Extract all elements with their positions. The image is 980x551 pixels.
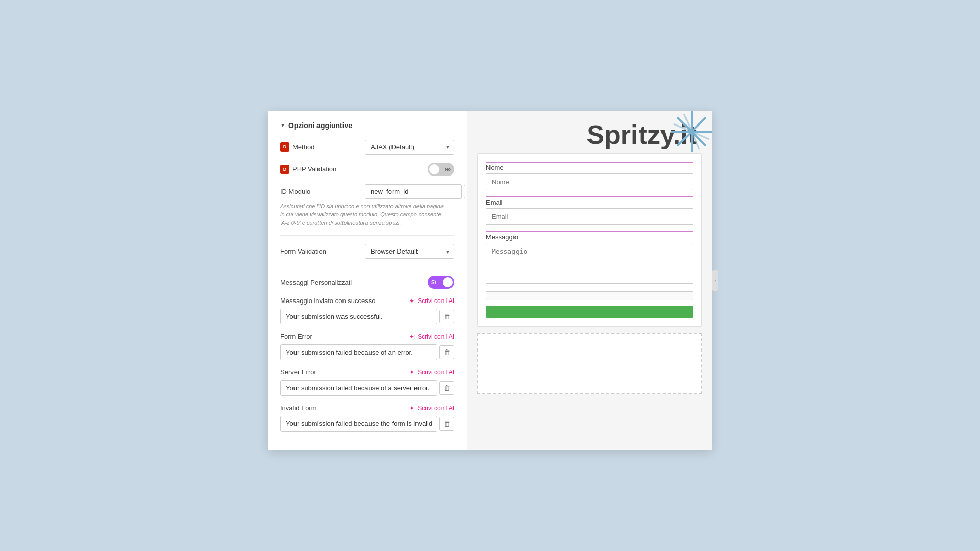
form-preview: Nome Email Messaggio — [477, 153, 702, 327]
collapse-arrow[interactable]: ▼ — [280, 122, 285, 128]
invalid-form-ai-link[interactable]: ✦: Scrivi con l'AI — [409, 405, 454, 412]
form-validation-select[interactable]: Browser Default Custom None — [365, 244, 454, 259]
method-select[interactable]: AJAX (Default) Standard Custom — [365, 140, 454, 155]
star-decoration — [666, 106, 717, 157]
messaggio-successo-header: Messaggio inviato con successo ✦: Scrivi… — [280, 297, 454, 305]
form-error-ai-link[interactable]: ✦: Scrivi con l'AI — [409, 333, 454, 340]
id-modulo-hint: Assicurati che l'ID sia univoco e non ut… — [280, 202, 454, 228]
php-validation-row: D PHP Validation No — [280, 163, 454, 176]
form-label-messaggio: Messaggio — [486, 231, 693, 241]
divider-2 — [280, 267, 454, 267]
form-label-email: Email — [486, 196, 693, 206]
section-title: Opzioni aggiuntive — [288, 121, 352, 130]
id-modulo-row: ID Modulo ☷ — [280, 184, 454, 199]
logo-area: Spritzy.it — [477, 121, 702, 148]
method-label: D Method — [280, 142, 314, 152]
server-error-delete-btn[interactable]: 🗑 — [439, 381, 454, 395]
form-field-nome: Nome — [486, 162, 693, 190]
form-label-nome: Nome — [486, 162, 693, 171]
messaggio-successo-delete-btn[interactable]: 🗑 — [439, 310, 454, 323]
form-field-email: Email — [486, 196, 693, 225]
divi-icon-2: D — [280, 165, 289, 174]
id-modulo-label: ID Modulo — [280, 188, 310, 195]
invalid-form-delete-btn[interactable]: 🗑 — [439, 417, 454, 431]
messaggio-successo-label: Messaggio inviato con successo — [280, 297, 375, 305]
form-error-header: Form Error ✦: Scrivi con l'AI — [280, 333, 454, 340]
form-submit-button[interactable] — [486, 306, 693, 318]
server-error-header: Server Error ✦: Scrivi con l'AI — [280, 368, 454, 376]
server-error-label: Server Error — [280, 368, 316, 376]
server-error-input[interactable] — [280, 380, 437, 396]
form-textarea-messaggio[interactable] — [486, 243, 693, 284]
form-validation-select-wrapper: Browser Default Custom None ▼ — [365, 244, 454, 259]
messaggio-successo-input-row: 🗑 — [280, 309, 454, 324]
form-error-label: Form Error — [280, 333, 312, 340]
messaggio-successo-ai-link[interactable]: ✦: Scrivi con l'AI — [409, 297, 454, 305]
right-panel: Spritzy.it Nome Email — [467, 111, 712, 450]
form-error-input-row: 🗑 — [280, 344, 454, 360]
left-panel: ▼ Opzioni aggiuntive D Method AJAX (Defa… — [268, 111, 467, 450]
server-error-input-row: 🗑 — [280, 380, 454, 396]
scroll-handle[interactable]: ‹ — [712, 270, 718, 291]
messaggi-personalizzati-row: Messaggi Personalizzati Sì — [280, 276, 454, 289]
server-error-ai-link[interactable]: ✦: Scrivi con l'AI — [409, 369, 454, 376]
id-input-wrapper: ☷ — [365, 184, 454, 199]
form-input-email[interactable] — [486, 208, 693, 225]
messaggio-successo-input[interactable] — [280, 309, 437, 324]
php-validation-toggle-wrapper: No — [428, 163, 454, 176]
php-validation-label: D PHP Validation — [280, 165, 336, 174]
php-validation-toggle[interactable]: No — [428, 163, 454, 176]
invalid-form-input-row: 🗑 — [280, 416, 454, 432]
divider-1 — [280, 235, 454, 236]
method-select-wrapper: AJAX (Default) Standard Custom ▼ — [365, 140, 454, 155]
form-validation-label: Form Validation — [280, 247, 326, 255]
toggle-no-label: No — [445, 167, 451, 172]
form-hidden-input — [486, 291, 693, 300]
method-row: D Method AJAX (Default) Standard Custom … — [280, 140, 454, 155]
toggle-si-label: Sì — [431, 280, 436, 285]
form-error-input[interactable] — [280, 344, 437, 360]
section-header: ▼ Opzioni aggiuntive — [280, 121, 454, 130]
invalid-form-input[interactable] — [280, 416, 437, 432]
form-error-delete-btn[interactable]: 🗑 — [439, 345, 454, 359]
messaggi-personalizzati-toggle[interactable]: Sì — [428, 276, 454, 289]
invalid-form-label: Invalid Form — [280, 404, 317, 412]
id-modulo-input[interactable] — [365, 184, 462, 199]
main-container: ▼ Opzioni aggiuntive D Method AJAX (Defa… — [268, 111, 712, 450]
dashed-placeholder-box — [477, 333, 702, 394]
form-input-nome[interactable] — [486, 173, 693, 190]
form-field-messaggio: Messaggio — [486, 231, 693, 285]
messaggi-personalizzati-label: Messaggi Personalizzati — [280, 279, 352, 286]
invalid-form-header: Invalid Form ✦: Scrivi con l'AI — [280, 404, 454, 412]
divi-icon: D — [280, 142, 289, 152]
form-validation-row: Form Validation Browser Default Custom N… — [280, 244, 454, 259]
